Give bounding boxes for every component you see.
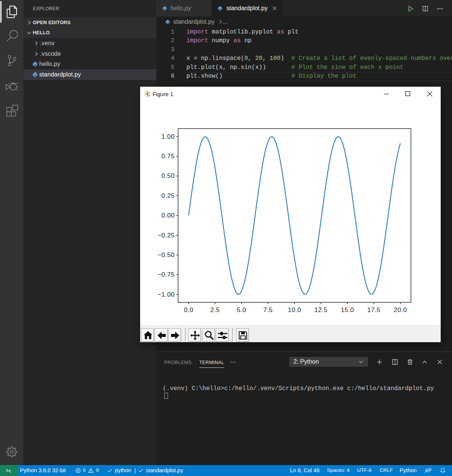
svg-text:0.00: 0.00 bbox=[162, 212, 175, 219]
svg-text:7.5: 7.5 bbox=[263, 306, 273, 314]
svg-text:15.0: 15.0 bbox=[341, 306, 354, 314]
svg-text:0.25: 0.25 bbox=[162, 192, 175, 199]
svg-text:2.5: 2.5 bbox=[210, 306, 220, 314]
svg-text:0.75: 0.75 bbox=[162, 153, 175, 160]
svg-text:5.0: 5.0 bbox=[237, 306, 246, 314]
svg-text:−0.25: −0.25 bbox=[157, 232, 175, 239]
svg-text:−1.00: −1.00 bbox=[157, 291, 175, 298]
svg-text:20.0: 20.0 bbox=[394, 306, 407, 314]
svg-text:17.5: 17.5 bbox=[367, 306, 380, 314]
svg-text:12.5: 12.5 bbox=[314, 306, 327, 314]
svg-text:10.0: 10.0 bbox=[288, 306, 301, 314]
svg-text:0.0: 0.0 bbox=[184, 306, 193, 314]
svg-text:−0.75: −0.75 bbox=[157, 271, 175, 278]
svg-text:1.00: 1.00 bbox=[162, 133, 175, 140]
svg-text:−0.50: −0.50 bbox=[157, 251, 175, 259]
svg-text:0.50: 0.50 bbox=[162, 172, 175, 179]
